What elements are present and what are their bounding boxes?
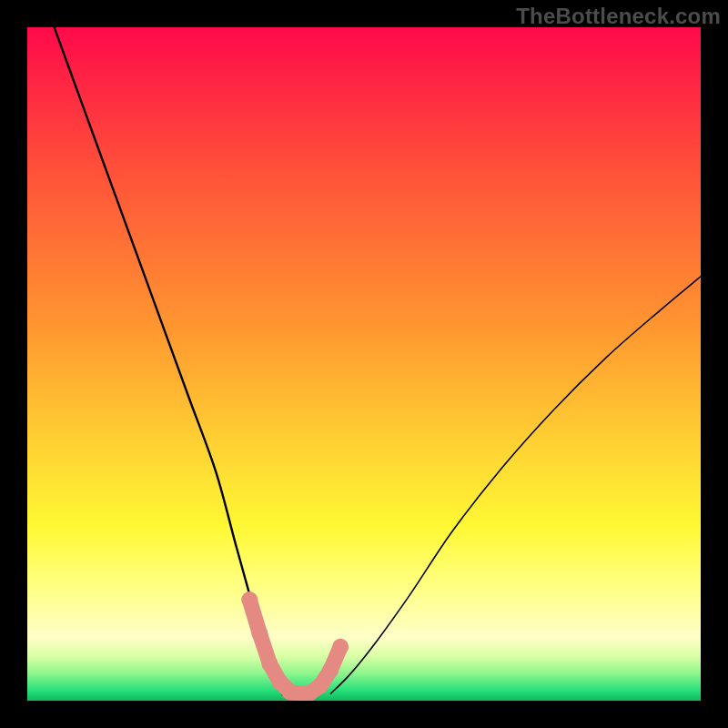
valley-marker-node (312, 678, 329, 694)
watermark-text: TheBottleneck.com (516, 4, 721, 29)
valley-marker-node (251, 625, 268, 642)
valley-marker-node (261, 655, 278, 672)
valley-marker-node (241, 592, 258, 608)
bottleneck-chart (27, 27, 701, 701)
chart-frame: TheBottleneck.com (0, 0, 728, 728)
valley-marker-node (322, 662, 339, 679)
plot-area (27, 27, 701, 701)
valley-marker-node (332, 639, 349, 655)
